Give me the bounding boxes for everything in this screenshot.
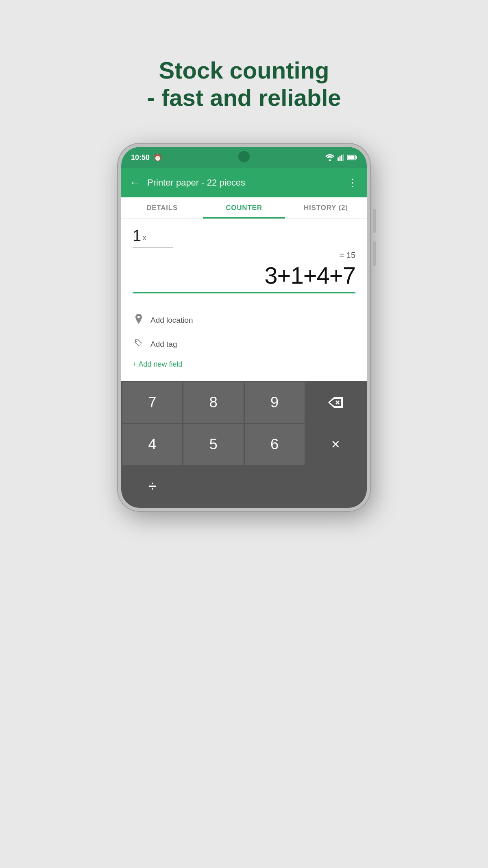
page-title: Stock counting - fast and reliable [147, 57, 341, 111]
tab-history[interactable]: HISTORY (2) [285, 197, 367, 219]
volume-button-down [373, 241, 376, 266]
multiplier-value: 1 [133, 227, 141, 245]
location-icon [133, 314, 145, 327]
key-backspace[interactable] [306, 382, 366, 423]
action-area: Add location + Add tag + Add new field [121, 300, 367, 381]
alarm-icon: ⏰ [154, 154, 162, 162]
more-menu-button[interactable]: ⋮ [347, 177, 359, 189]
key-8[interactable]: 8 [183, 382, 243, 423]
tab-counter[interactable]: COUNTER [203, 197, 285, 219]
key-4[interactable]: 4 [122, 424, 182, 465]
status-right [325, 154, 357, 161]
add-field-link[interactable]: + Add new field [133, 356, 355, 373]
phone-frame: 10:50 ⏰ [118, 144, 370, 511]
tab-details[interactable]: DETAILS [121, 197, 203, 219]
key-7[interactable]: 7 [122, 382, 182, 423]
status-left: 10:50 ⏰ [131, 153, 162, 162]
status-bar: 10:50 ⏰ [121, 147, 367, 168]
key-multiply[interactable]: × [306, 424, 366, 465]
svg-rect-4 [343, 154, 344, 161]
tag-icon: + [133, 338, 145, 350]
wifi-icon [325, 154, 334, 161]
tabs-bar: DETAILS COUNTER HISTORY (2) [121, 197, 367, 219]
add-tag-row[interactable]: + Add tag [133, 332, 355, 356]
key-divide[interactable]: ÷ [122, 466, 182, 507]
signal-icon [338, 154, 344, 161]
svg-rect-2 [340, 156, 341, 161]
add-location-row[interactable]: Add location [133, 308, 355, 332]
app-bar-title: Printer paper - 22 pieces [147, 177, 341, 188]
app-bar: ← Printer paper - 22 pieces ⋮ [121, 168, 367, 197]
phone-mockup: 10:50 ⏰ [118, 144, 370, 511]
sum-label: = 15 [133, 251, 355, 260]
status-time: 10:50 [131, 153, 150, 162]
add-tag-label: Add tag [150, 340, 177, 349]
camera-notch [238, 151, 250, 162]
key-9[interactable]: 9 [245, 382, 305, 423]
svg-rect-6 [348, 156, 355, 160]
svg-text:+: + [140, 344, 142, 348]
expression-underline [133, 292, 355, 293]
volume-button-up [373, 209, 376, 233]
counter-area: 1 x = 15 3+1+4+7 [121, 219, 367, 300]
svg-rect-3 [341, 155, 342, 161]
multiplier-row: 1 x [133, 227, 173, 247]
svg-rect-7 [356, 156, 357, 159]
key-5[interactable]: 5 [183, 424, 243, 465]
multiplier-symbol: x [143, 234, 146, 241]
back-button[interactable]: ← [129, 176, 141, 189]
svg-point-0 [329, 160, 331, 161]
keyboard: 7 8 9 4 5 6 × ÷ [121, 381, 367, 508]
battery-icon [347, 155, 357, 160]
key-6[interactable]: 6 [245, 424, 305, 465]
svg-rect-1 [338, 157, 339, 161]
add-location-label: Add location [150, 316, 193, 325]
expression-display: 3+1+4+7 [133, 262, 355, 289]
